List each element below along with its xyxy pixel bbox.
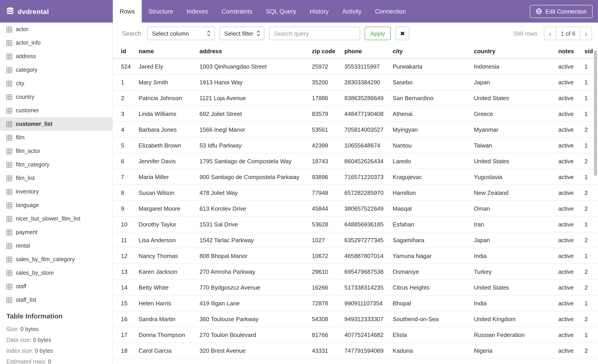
sidebar-item-language[interactable]: language xyxy=(0,198,112,212)
sidebar-item-rental[interactable]: rental xyxy=(0,239,112,253)
table-cell[interactable]: 695479687538 xyxy=(341,264,389,279)
table-cell[interactable]: Masqat xyxy=(389,201,470,216)
table-cell[interactable]: active xyxy=(555,201,581,216)
table-cell[interactable]: Betty White xyxy=(135,279,196,295)
table-cell[interactable]: 1417 Lancaster Avenue xyxy=(196,358,308,364)
table-cell[interactable]: active xyxy=(555,358,581,364)
table-cell[interactable]: 2 xyxy=(581,232,598,248)
table-cell[interactable]: 1 xyxy=(581,327,598,343)
table-cell[interactable]: Oman xyxy=(470,201,555,216)
table-row[interactable]: 11Lisa Anderson1542 Tarlac Parkway102763… xyxy=(113,232,598,248)
table-cell[interactable]: 10655648674 xyxy=(341,137,389,153)
table-cell[interactable]: United States xyxy=(470,90,555,106)
table-cell[interactable]: 524 xyxy=(113,58,135,74)
table-cell[interactable]: 72192 xyxy=(308,358,341,364)
previous-page-button[interactable]: ‹ xyxy=(544,27,556,40)
search-query-input[interactable] xyxy=(269,27,360,40)
table-cell[interactable]: Maria Miller xyxy=(135,169,196,185)
table-cell[interactable]: Bhopal xyxy=(389,295,470,311)
table-row[interactable]: 15Helen Harris419 Iligan Lane72878990911… xyxy=(113,295,598,311)
column-header-zip-code[interactable]: zip code xyxy=(308,44,341,58)
table-cell[interactable]: 28303384290 xyxy=(341,74,389,90)
table-cell[interactable]: Laredo xyxy=(389,153,470,169)
table-cell[interactable]: 716571220373 xyxy=(341,169,389,185)
table-cell[interactable]: New Zealand xyxy=(470,185,555,201)
table-cell[interactable]: 747791594069 xyxy=(341,343,389,358)
table-cell[interactable]: United States xyxy=(470,279,555,295)
table-cell[interactable]: 18 xyxy=(113,343,135,358)
table-cell[interactable]: active xyxy=(555,137,581,153)
table-cell[interactable]: 1 xyxy=(113,74,135,90)
table-cell[interactable]: 7 xyxy=(113,169,135,185)
tab-connection[interactable]: Connection xyxy=(368,0,413,23)
table-cell[interactable]: 2 xyxy=(581,264,598,279)
tab-structure[interactable]: Structure xyxy=(142,0,180,23)
sidebar-item-customer[interactable]: customer xyxy=(0,104,112,117)
table-cell[interactable]: 12 xyxy=(113,248,135,264)
table-cell[interactable]: 13 xyxy=(113,264,135,279)
table-cell[interactable]: 25972 xyxy=(308,58,341,74)
table-cell[interactable]: active xyxy=(555,185,581,201)
sidebar-item-staff[interactable]: staff xyxy=(0,280,112,293)
table-cell[interactable]: Jennifer Davis xyxy=(135,153,196,169)
table-cell[interactable]: active xyxy=(555,232,581,248)
table-cell[interactable]: Carol Garcia xyxy=(135,343,196,358)
table-cell[interactable]: 657282285970 xyxy=(341,185,389,201)
table-cell[interactable]: 517338314235 xyxy=(341,279,389,295)
table-row[interactable]: 19Ruth Martinez1417 Lancaster Avenue7219… xyxy=(113,358,598,364)
table-cell[interactable]: 1003 Qinhuangdao Street xyxy=(196,58,308,74)
table-cell[interactable]: India xyxy=(470,248,555,264)
table-cell[interactable]: Turkey xyxy=(470,264,555,279)
column-header-notes[interactable]: notes xyxy=(555,44,581,58)
table-cell[interactable]: 42399 xyxy=(308,137,341,153)
table-row[interactable]: 4Barbara Jones1566 Inegl Manor5356170581… xyxy=(113,121,598,137)
table-cell[interactable]: 53561 xyxy=(308,121,341,137)
table-cell[interactable]: Yamuna Nagar xyxy=(389,248,470,264)
table-cell[interactable]: 1121 Loja Avenue xyxy=(196,90,308,106)
table-cell[interactable]: 900 Santiago de Compostela Parkway xyxy=(196,169,308,185)
table-cell[interactable]: 648856936185 xyxy=(341,216,389,232)
sidebar-item-country[interactable]: country xyxy=(0,90,112,104)
table-cell[interactable]: 448477190408 xyxy=(341,106,389,121)
edit-connection-button[interactable]: Edit Connection xyxy=(530,5,593,18)
table-cell[interactable]: 17 xyxy=(113,327,135,343)
table-cell[interactable]: 8 xyxy=(113,185,135,201)
table-row[interactable]: 3Linda Williams692 Joliet Street83579448… xyxy=(113,106,598,121)
table-cell[interactable]: active xyxy=(555,106,581,121)
table-cell[interactable]: 9 xyxy=(113,201,135,216)
table-cell[interactable]: active xyxy=(555,248,581,264)
table-cell[interactable]: Japan xyxy=(470,232,555,248)
table-cell[interactable]: Taiwan xyxy=(470,137,555,153)
table-cell[interactable]: 2 xyxy=(581,311,598,327)
table-cell[interactable]: 2 xyxy=(581,185,598,201)
table-cell[interactable]: 14 xyxy=(113,279,135,295)
table-cell[interactable]: Myanmar xyxy=(470,121,555,137)
table-cell[interactable]: 77948 xyxy=(308,185,341,201)
table-cell[interactable]: 360 Toulouse Parkway xyxy=(196,311,308,327)
column-header-name[interactable]: name xyxy=(135,44,196,58)
column-header-address[interactable]: address xyxy=(196,44,308,58)
sidebar-item-category[interactable]: category xyxy=(0,63,112,77)
table-cell[interactable]: 1566 Inegl Manor xyxy=(196,121,308,137)
table-cell[interactable]: 53628 xyxy=(308,216,341,232)
table-cell[interactable]: 613 Korolev Drive xyxy=(196,201,308,216)
table-cell[interactable]: 54308 xyxy=(308,311,341,327)
table-cell[interactable]: Sagamihara xyxy=(389,232,470,248)
table-cell[interactable]: Purwakarta xyxy=(389,58,470,74)
table-cell[interactable]: 45844 xyxy=(308,201,341,216)
table-cell[interactable]: 838635286649 xyxy=(341,90,389,106)
table-row[interactable]: 9Margaret Moore613 Korolev Drive45844380… xyxy=(113,201,598,216)
table-cell[interactable]: 72878 xyxy=(308,295,341,311)
clear-search-button[interactable]: ✖ xyxy=(396,27,410,40)
tab-rows[interactable]: Rows xyxy=(113,0,142,23)
table-cell[interactable]: Donna Thompson xyxy=(135,327,196,343)
table-row[interactable]: 10Dorothy Taylor1531 Sal Drive5362864885… xyxy=(113,216,598,232)
table-cell[interactable]: 2 xyxy=(581,358,598,364)
table-cell[interactable]: Nancy Thomas xyxy=(135,248,196,264)
sidebar-item-sales_by_film_category[interactable]: sales_by_film_category xyxy=(0,253,112,266)
table-row[interactable]: 6Jennifer Davis1795 Santiago de Composte… xyxy=(113,153,598,169)
filter-select[interactable]: Select filter xyxy=(219,27,265,40)
table-cell[interactable]: 1913 Hanoi Way xyxy=(196,74,308,90)
column-select[interactable]: Select column xyxy=(147,27,215,40)
table-cell[interactable]: Japan xyxy=(470,74,555,90)
